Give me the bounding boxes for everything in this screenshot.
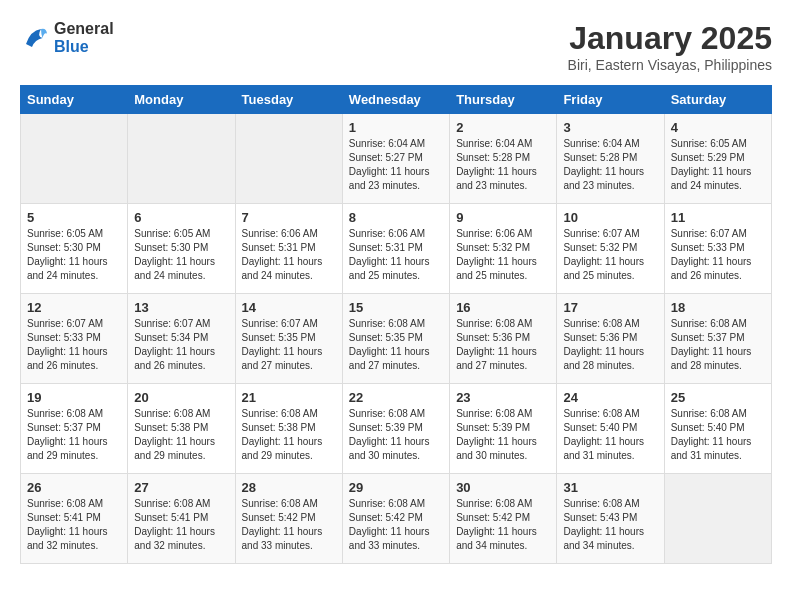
daylight: Daylight: 11 hours and 25 minutes.	[563, 256, 644, 281]
day-number: 20	[134, 390, 228, 405]
daylight: Daylight: 11 hours and 34 minutes.	[563, 526, 644, 551]
daylight: Daylight: 11 hours and 29 minutes.	[242, 436, 323, 461]
calendar-cell: 10 Sunrise: 6:07 AM Sunset: 5:32 PM Dayl…	[557, 204, 664, 294]
day-number: 31	[563, 480, 657, 495]
sunrise: Sunrise: 6:08 AM	[563, 498, 639, 509]
sunrise: Sunrise: 6:08 AM	[134, 498, 210, 509]
day-number: 23	[456, 390, 550, 405]
daylight: Daylight: 11 hours and 27 minutes.	[349, 346, 430, 371]
day-info: Sunrise: 6:08 AM Sunset: 5:37 PM Dayligh…	[27, 407, 121, 463]
daylight: Daylight: 11 hours and 25 minutes.	[349, 256, 430, 281]
calendar-cell: 27 Sunrise: 6:08 AM Sunset: 5:41 PM Dayl…	[128, 474, 235, 564]
sunset: Sunset: 5:35 PM	[349, 332, 423, 343]
sunrise: Sunrise: 6:08 AM	[671, 408, 747, 419]
calendar-cell: 19 Sunrise: 6:08 AM Sunset: 5:37 PM Dayl…	[21, 384, 128, 474]
day-number: 16	[456, 300, 550, 315]
sunset: Sunset: 5:32 PM	[563, 242, 637, 253]
sunset: Sunset: 5:27 PM	[349, 152, 423, 163]
sunrise: Sunrise: 6:07 AM	[134, 318, 210, 329]
calendar-week-row: 1 Sunrise: 6:04 AM Sunset: 5:27 PM Dayli…	[21, 114, 772, 204]
sunrise: Sunrise: 6:04 AM	[456, 138, 532, 149]
daylight: Daylight: 11 hours and 23 minutes.	[349, 166, 430, 191]
day-info: Sunrise: 6:08 AM Sunset: 5:39 PM Dayligh…	[456, 407, 550, 463]
weekday-header-friday: Friday	[557, 86, 664, 114]
calendar-cell: 29 Sunrise: 6:08 AM Sunset: 5:42 PM Dayl…	[342, 474, 449, 564]
calendar-cell: 3 Sunrise: 6:04 AM Sunset: 5:28 PM Dayli…	[557, 114, 664, 204]
sunset: Sunset: 5:42 PM	[242, 512, 316, 523]
sunrise: Sunrise: 6:04 AM	[563, 138, 639, 149]
day-info: Sunrise: 6:08 AM Sunset: 5:40 PM Dayligh…	[671, 407, 765, 463]
day-number: 7	[242, 210, 336, 225]
day-number: 13	[134, 300, 228, 315]
daylight: Daylight: 11 hours and 24 minutes.	[27, 256, 108, 281]
calendar-week-row: 12 Sunrise: 6:07 AM Sunset: 5:33 PM Dayl…	[21, 294, 772, 384]
weekday-header-sunday: Sunday	[21, 86, 128, 114]
day-number: 21	[242, 390, 336, 405]
day-info: Sunrise: 6:08 AM Sunset: 5:42 PM Dayligh…	[242, 497, 336, 553]
day-info: Sunrise: 6:08 AM Sunset: 5:36 PM Dayligh…	[563, 317, 657, 373]
daylight: Daylight: 11 hours and 34 minutes.	[456, 526, 537, 551]
sunset: Sunset: 5:36 PM	[456, 332, 530, 343]
calendar-cell: 21 Sunrise: 6:08 AM Sunset: 5:38 PM Dayl…	[235, 384, 342, 474]
sunset: Sunset: 5:33 PM	[27, 332, 101, 343]
sunrise: Sunrise: 6:05 AM	[134, 228, 210, 239]
sunrise: Sunrise: 6:08 AM	[563, 408, 639, 419]
day-info: Sunrise: 6:08 AM Sunset: 5:39 PM Dayligh…	[349, 407, 443, 463]
day-info: Sunrise: 6:08 AM Sunset: 5:38 PM Dayligh…	[242, 407, 336, 463]
daylight: Daylight: 11 hours and 23 minutes.	[456, 166, 537, 191]
daylight: Daylight: 11 hours and 31 minutes.	[671, 436, 752, 461]
day-number: 5	[27, 210, 121, 225]
weekday-header-thursday: Thursday	[450, 86, 557, 114]
daylight: Daylight: 11 hours and 27 minutes.	[456, 346, 537, 371]
weekday-header-tuesday: Tuesday	[235, 86, 342, 114]
sunrise: Sunrise: 6:08 AM	[242, 498, 318, 509]
calendar-cell: 13 Sunrise: 6:07 AM Sunset: 5:34 PM Dayl…	[128, 294, 235, 384]
sunset: Sunset: 5:43 PM	[563, 512, 637, 523]
day-info: Sunrise: 6:05 AM Sunset: 5:30 PM Dayligh…	[27, 227, 121, 283]
sunrise: Sunrise: 6:07 AM	[242, 318, 318, 329]
daylight: Daylight: 11 hours and 24 minutes.	[134, 256, 215, 281]
day-info: Sunrise: 6:07 AM Sunset: 5:33 PM Dayligh…	[671, 227, 765, 283]
sunset: Sunset: 5:41 PM	[134, 512, 208, 523]
daylight: Daylight: 11 hours and 24 minutes.	[242, 256, 323, 281]
title-area: January 2025 Biri, Eastern Visayas, Phil…	[568, 20, 772, 73]
calendar-cell	[128, 114, 235, 204]
sunset: Sunset: 5:36 PM	[563, 332, 637, 343]
day-number: 26	[27, 480, 121, 495]
sunset: Sunset: 5:35 PM	[242, 332, 316, 343]
calendar-cell	[235, 114, 342, 204]
daylight: Daylight: 11 hours and 24 minutes.	[671, 166, 752, 191]
day-info: Sunrise: 6:08 AM Sunset: 5:35 PM Dayligh…	[349, 317, 443, 373]
logo: General Blue	[20, 20, 114, 56]
daylight: Daylight: 11 hours and 27 minutes.	[242, 346, 323, 371]
calendar-cell: 24 Sunrise: 6:08 AM Sunset: 5:40 PM Dayl…	[557, 384, 664, 474]
calendar-cell: 23 Sunrise: 6:08 AM Sunset: 5:39 PM Dayl…	[450, 384, 557, 474]
calendar-cell: 20 Sunrise: 6:08 AM Sunset: 5:38 PM Dayl…	[128, 384, 235, 474]
sunset: Sunset: 5:30 PM	[134, 242, 208, 253]
sunrise: Sunrise: 6:05 AM	[27, 228, 103, 239]
sunrise: Sunrise: 6:07 AM	[563, 228, 639, 239]
sunset: Sunset: 5:42 PM	[456, 512, 530, 523]
weekday-header-saturday: Saturday	[664, 86, 771, 114]
sunrise: Sunrise: 6:08 AM	[456, 498, 532, 509]
calendar-cell: 25 Sunrise: 6:08 AM Sunset: 5:40 PM Dayl…	[664, 384, 771, 474]
sunrise: Sunrise: 6:07 AM	[27, 318, 103, 329]
month-title: January 2025	[568, 20, 772, 57]
calendar-cell: 16 Sunrise: 6:08 AM Sunset: 5:36 PM Dayl…	[450, 294, 557, 384]
sunset: Sunset: 5:31 PM	[242, 242, 316, 253]
day-number: 30	[456, 480, 550, 495]
sunset: Sunset: 5:31 PM	[349, 242, 423, 253]
calendar-cell: 2 Sunrise: 6:04 AM Sunset: 5:28 PM Dayli…	[450, 114, 557, 204]
sunset: Sunset: 5:33 PM	[671, 242, 745, 253]
day-info: Sunrise: 6:07 AM Sunset: 5:32 PM Dayligh…	[563, 227, 657, 283]
calendar-cell: 12 Sunrise: 6:07 AM Sunset: 5:33 PM Dayl…	[21, 294, 128, 384]
day-number: 25	[671, 390, 765, 405]
day-info: Sunrise: 6:07 AM Sunset: 5:34 PM Dayligh…	[134, 317, 228, 373]
sunset: Sunset: 5:41 PM	[27, 512, 101, 523]
day-info: Sunrise: 6:04 AM Sunset: 5:27 PM Dayligh…	[349, 137, 443, 193]
daylight: Daylight: 11 hours and 32 minutes.	[27, 526, 108, 551]
day-info: Sunrise: 6:08 AM Sunset: 5:41 PM Dayligh…	[27, 497, 121, 553]
day-number: 1	[349, 120, 443, 135]
sunrise: Sunrise: 6:08 AM	[349, 408, 425, 419]
calendar-cell: 26 Sunrise: 6:08 AM Sunset: 5:41 PM Dayl…	[21, 474, 128, 564]
